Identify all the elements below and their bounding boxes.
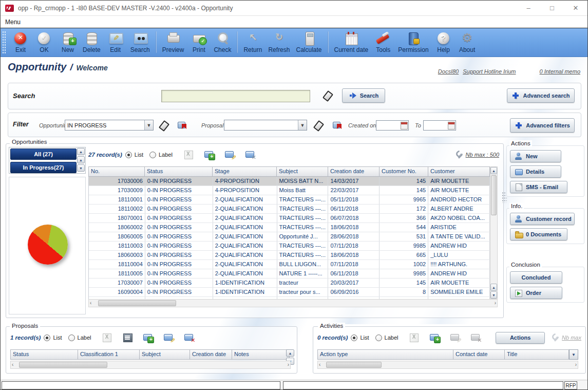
docs-link[interactable]: DocsI80 bbox=[438, 68, 459, 75]
column-header-stage[interactable]: Stage bbox=[213, 166, 277, 177]
horizontal-scrollbar[interactable]: ‹ › bbox=[10, 361, 291, 369]
0-documents-button[interactable]: 0 Documents bbox=[510, 228, 567, 240]
scroll-right-icon[interactable]: › bbox=[575, 362, 577, 367]
win-edit-icon[interactable] bbox=[225, 150, 235, 159]
toolbar-button-delete[interactable]: Delete bbox=[80, 30, 104, 53]
table-row[interactable]: 181100040-IN PROGRESS2-QUALIFICATIONBULL… bbox=[89, 260, 490, 269]
nb-max-link[interactable]: Nb max : 500 bbox=[455, 151, 499, 159]
table-row[interactable]: 181100010-IN PROGRESS2-QUALIFICATIONTRAC… bbox=[89, 195, 490, 205]
close-button[interactable]: ✕ bbox=[564, 1, 587, 15]
scrollbar-thumb[interactable] bbox=[326, 362, 382, 368]
win-add-icon[interactable] bbox=[430, 333, 440, 342]
scroll-left-icon[interactable]: ‹ bbox=[12, 362, 13, 367]
column-header-status[interactable]: Status bbox=[145, 166, 213, 177]
to-date-input[interactable] bbox=[423, 120, 456, 131]
eraser-icon[interactable] bbox=[313, 121, 322, 130]
eraser-icon[interactable] bbox=[323, 91, 331, 100]
column-header-subject[interactable]: Subject bbox=[140, 349, 190, 360]
column-header-classification-1[interactable]: Classification 1 bbox=[78, 349, 140, 360]
toolbar-button-permission[interactable]: Permission bbox=[395, 30, 431, 53]
advanced-search-button[interactable]: Advanced search bbox=[507, 88, 575, 103]
toolbar-button-edit[interactable]: Edit bbox=[104, 30, 127, 53]
label-view-radio[interactable] bbox=[68, 335, 75, 341]
scroll-down-icon[interactable]: ▼ bbox=[490, 291, 497, 299]
created-on-date-input[interactable] bbox=[376, 120, 409, 131]
toolbar-button-tools[interactable]: Tools bbox=[371, 30, 395, 53]
scrollbar-thumb[interactable] bbox=[98, 300, 176, 306]
menu-item-menu[interactable]: Menu bbox=[5, 18, 21, 26]
sms-email-button[interactable]: SMS - Email bbox=[510, 181, 567, 193]
scroll-up-icon[interactable]: ▲ bbox=[490, 167, 497, 174]
table-row[interactable]: 181100050-IN PROGRESS2-QUALIFICATIONNATU… bbox=[89, 269, 490, 278]
scrollbar-thumb[interactable] bbox=[19, 362, 107, 368]
toolbar-button-about[interactable]: About bbox=[456, 30, 479, 53]
search-button[interactable]: Search bbox=[342, 88, 385, 103]
list-view-radio[interactable] bbox=[125, 152, 132, 158]
table-row[interactable]: 160900040-IN PROGRESS1-IDENTIFICATIONtra… bbox=[89, 288, 490, 297]
table-row[interactable]: 180600020-IN PROGRESS2-QUALIFICATIONTRAC… bbox=[89, 223, 490, 232]
scroll-right-icon[interactable]: › bbox=[288, 362, 289, 367]
maximize-button[interactable]: □ bbox=[540, 1, 564, 15]
advanced-filters-button[interactable]: Advanced filters bbox=[510, 118, 575, 133]
column-header-status[interactable]: Status bbox=[10, 349, 78, 360]
minimize-button[interactable]: – bbox=[517, 1, 540, 15]
internal-memo-link[interactable]: 0 Internal memo bbox=[540, 68, 580, 75]
column-header-creation-date[interactable]: Creation date bbox=[328, 166, 380, 177]
column-header-subject[interactable]: Subject bbox=[277, 166, 328, 177]
toolbar-button-return[interactable]: Return bbox=[240, 30, 265, 53]
toolbar-button-preview[interactable]: Preview bbox=[159, 30, 187, 53]
scroll-up-icon[interactable]: ▲ bbox=[490, 284, 497, 291]
toolbar-button-calculate[interactable]: Calculate bbox=[293, 30, 325, 53]
filter-bookmark-icon[interactable] bbox=[333, 120, 343, 129]
column-header-no[interactable]: No. bbox=[88, 166, 145, 177]
vertical-scrollbar[interactable]: ▲ ▲ ▼ bbox=[490, 166, 498, 299]
scroll-up-icon[interactable]: ▲ bbox=[77, 156, 85, 163]
scroll-up-icon[interactable]: ▲ bbox=[77, 148, 85, 155]
table-row[interactable]: 180600050-IN PROGRESS2-QUALIFICATIONOppo… bbox=[89, 232, 490, 242]
table-row[interactable]: 170300060-IN PROGRESS4-PROPOSITIONMOISS … bbox=[89, 177, 490, 186]
table-row[interactable]: 180700010-IN PROGRESS2-QUALIFICATIONTRAC… bbox=[89, 214, 490, 223]
opportunity-filter-select[interactable]: IN PROGRESS ▼ bbox=[65, 120, 154, 131]
table-row[interactable]: 170300070-IN PROGRESS1-IDENTIFICATIONtra… bbox=[89, 278, 490, 288]
win-add-icon[interactable] bbox=[204, 150, 214, 159]
table-row[interactable]: 170300090-IN PROGRESS4-PROPOSITIONMoiss … bbox=[89, 186, 490, 195]
column-header-action-type[interactable]: Action type bbox=[317, 349, 453, 360]
list-view-radio[interactable] bbox=[44, 335, 50, 341]
scroll-up-icon[interactable]: ▲ bbox=[286, 349, 294, 357]
win-del-red-icon[interactable] bbox=[184, 333, 194, 342]
toolbar-button-help[interactable]: Help bbox=[432, 30, 456, 53]
filter-bookmark-icon[interactable] bbox=[178, 120, 187, 129]
order-button[interactable]: Order bbox=[510, 287, 562, 299]
calendar-picker-icon[interactable] bbox=[401, 122, 408, 129]
word-icon[interactable] bbox=[123, 333, 132, 342]
column-header-title[interactable]: Title bbox=[505, 349, 569, 360]
customer-record-button[interactable]: Customer record bbox=[510, 213, 575, 225]
win-add-icon[interactable] bbox=[143, 333, 153, 342]
toolbar-button-exit[interactable]: Exit bbox=[9, 30, 32, 53]
stage-item-in-progress-27[interactable]: In Progress(27) bbox=[10, 162, 77, 173]
concluded-button[interactable]: Concluded bbox=[510, 271, 562, 284]
column-header-notes[interactable]: Notes bbox=[232, 349, 290, 360]
list-view-radio[interactable] bbox=[351, 335, 357, 341]
label-view-radio[interactable] bbox=[375, 335, 382, 341]
scrollbar-thumb[interactable] bbox=[491, 175, 497, 215]
eraser-icon[interactable] bbox=[159, 121, 167, 130]
nb-max-link[interactable]: Nb max bbox=[551, 333, 581, 342]
scroll-left-icon[interactable]: ‹ bbox=[319, 362, 320, 367]
scroll-right-icon[interactable]: › bbox=[495, 300, 496, 306]
toolbar-button-current-date[interactable]: Current date bbox=[331, 30, 372, 53]
toolbar-button-new[interactable]: New bbox=[56, 30, 80, 53]
chevron-down-icon[interactable]: ▼ bbox=[569, 349, 578, 360]
column-header-customer[interactable]: Customer bbox=[428, 166, 490, 177]
table-row[interactable]: 181100030-IN PROGRESS2-QUALIFICATIONTRAC… bbox=[89, 242, 490, 251]
support-hotline-link[interactable]: Support Hotline Irium bbox=[463, 68, 516, 75]
win-edit-icon[interactable] bbox=[164, 333, 174, 342]
table-row[interactable]: 180600030-IN PROGRESS2-QUALIFICATIONTRAC… bbox=[89, 251, 490, 260]
column-header-creation-date[interactable]: Creation date bbox=[190, 349, 232, 360]
column-header-contact-date[interactable]: Contact date bbox=[453, 349, 505, 360]
table-row[interactable]: 181100020-IN PROGRESS2-QUALIFICATIONTRAC… bbox=[89, 205, 490, 214]
scroll-down-icon[interactable]: ▼ bbox=[77, 164, 85, 172]
proposal-filter-select[interactable]: ▼ bbox=[224, 120, 307, 131]
column-header-customer-no[interactable]: Customer No. bbox=[380, 166, 428, 177]
details-button[interactable]: Details bbox=[510, 165, 561, 178]
